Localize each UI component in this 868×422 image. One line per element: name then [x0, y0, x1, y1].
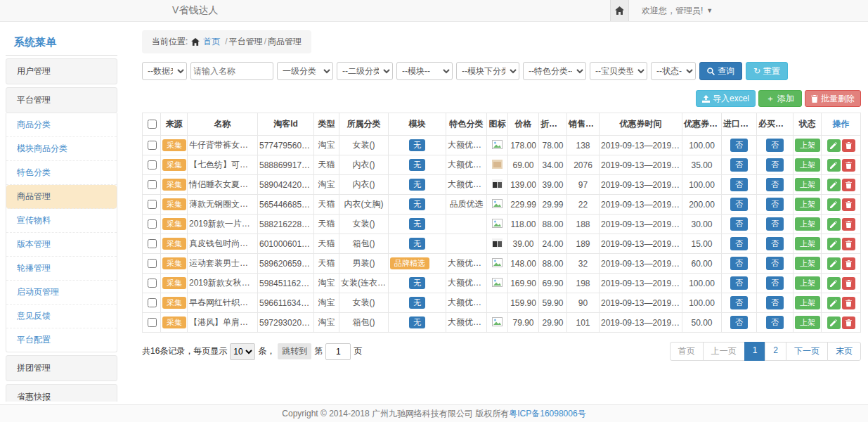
- delete-button[interactable]: [842, 257, 855, 270]
- status-toggle[interactable]: 上架: [795, 158, 820, 171]
- row-checkbox[interactable]: [148, 298, 157, 307]
- jump-button[interactable]: 跳转到: [278, 343, 311, 359]
- edit-button[interactable]: [827, 218, 841, 231]
- add-button[interactable]: ＋ 添加: [758, 90, 802, 107]
- filter-input-name[interactable]: [190, 62, 273, 80]
- reset-button[interactable]: ↻重置: [746, 62, 788, 80]
- status-toggle[interactable]: 上架: [795, 316, 820, 328]
- sidebar-group-header[interactable]: 拼团管理: [6, 355, 117, 381]
- import-select-toggle[interactable]: 否: [730, 276, 748, 289]
- page-button-下一页[interactable]: 下一页: [786, 342, 828, 361]
- row-checkbox[interactable]: [148, 239, 157, 248]
- must-buy-toggle[interactable]: 否: [766, 276, 784, 289]
- edit-button[interactable]: [827, 238, 841, 250]
- must-buy-toggle[interactable]: 否: [766, 316, 784, 328]
- sidebar-group-header[interactable]: 省惠快报: [6, 384, 117, 402]
- must-buy-toggle[interactable]: 否: [766, 178, 784, 191]
- status-toggle[interactable]: 上架: [795, 139, 820, 151]
- sidebar-item[interactable]: 意见反馈: [6, 305, 117, 328]
- filter-select-cat1[interactable]: 一级分类: [277, 62, 333, 80]
- icp-link[interactable]: 粤ICP备16098006号: [509, 408, 585, 420]
- edit-button[interactable]: [827, 159, 841, 172]
- delete-button[interactable]: [842, 238, 855, 250]
- row-checkbox[interactable]: [148, 259, 157, 268]
- filter-select-module[interactable]: --模块--: [396, 62, 453, 80]
- filter-select-status[interactable]: --状态--: [651, 62, 696, 80]
- filter-select-data-source[interactable]: --数据来源--: [142, 62, 187, 80]
- status-toggle[interactable]: 上架: [795, 217, 820, 230]
- page-button-上一页[interactable]: 上一页: [703, 342, 745, 361]
- filter-select-goodtype[interactable]: --宝贝类型--: [590, 62, 647, 80]
- status-toggle[interactable]: 上架: [795, 257, 820, 269]
- delete-button[interactable]: [842, 218, 855, 231]
- breadcrumb-home-link[interactable]: 首页: [203, 36, 220, 48]
- import-excel-button[interactable]: 导入excel: [696, 90, 756, 107]
- row-checkbox[interactable]: [148, 318, 157, 327]
- home-button[interactable]: [610, 0, 629, 21]
- row-checkbox[interactable]: [148, 141, 157, 150]
- jump-page-input[interactable]: [325, 343, 351, 360]
- select-all-checkbox[interactable]: [148, 120, 157, 129]
- must-buy-toggle[interactable]: 否: [766, 257, 784, 269]
- sidebar-item[interactable]: 启动页管理: [6, 281, 117, 305]
- sidebar-group-header[interactable]: 用户管理: [6, 58, 117, 84]
- delete-button[interactable]: [842, 198, 855, 211]
- must-buy-toggle[interactable]: 否: [766, 237, 784, 250]
- batch-delete-button[interactable]: 批量删除: [805, 90, 861, 107]
- delete-button[interactable]: [842, 316, 855, 329]
- row-checkbox[interactable]: [148, 180, 157, 189]
- edit-button[interactable]: [827, 277, 841, 290]
- sidebar-item[interactable]: 商品分类: [6, 113, 117, 137]
- edit-button[interactable]: [827, 198, 841, 211]
- delete-button[interactable]: [842, 139, 855, 152]
- delete-button[interactable]: [842, 277, 855, 290]
- edit-button[interactable]: [827, 297, 841, 309]
- edit-button[interactable]: [827, 139, 841, 152]
- delete-button[interactable]: [842, 159, 855, 172]
- page-size-select[interactable]: 10: [230, 343, 255, 360]
- import-select-toggle[interactable]: 否: [730, 296, 748, 309]
- filter-select-modulesub[interactable]: --模块下分类--: [456, 62, 519, 80]
- import-select-toggle[interactable]: 否: [730, 316, 748, 328]
- filter-select-cat2[interactable]: --二级分类--: [337, 62, 393, 80]
- must-buy-toggle[interactable]: 否: [766, 296, 784, 309]
- user-menu[interactable]: 欢迎您，管理员! ▼: [629, 0, 868, 21]
- row-checkbox[interactable]: [148, 279, 157, 288]
- must-buy-toggle[interactable]: 否: [766, 139, 784, 151]
- row-checkbox[interactable]: [148, 160, 157, 170]
- row-checkbox[interactable]: [148, 219, 157, 229]
- page-button-2[interactable]: 2: [765, 342, 786, 361]
- page-button-1[interactable]: 1: [744, 342, 766, 361]
- sidebar-item[interactable]: 特色分类: [6, 161, 117, 185]
- sidebar-item[interactable]: 模块商品分类: [6, 137, 117, 161]
- status-toggle[interactable]: 上架: [795, 237, 820, 250]
- page-button-末页[interactable]: 末页: [827, 342, 861, 361]
- sidebar-group-header[interactable]: 平台管理: [6, 87, 117, 113]
- sidebar-item[interactable]: 平台配置: [6, 328, 117, 352]
- import-select-toggle[interactable]: 否: [730, 257, 748, 269]
- sidebar-item[interactable]: 版本管理: [6, 233, 117, 257]
- status-toggle[interactable]: 上架: [795, 178, 820, 191]
- filter-select-feature[interactable]: --特色分类--: [523, 62, 586, 80]
- status-toggle[interactable]: 上架: [795, 296, 820, 309]
- delete-button[interactable]: [842, 297, 855, 309]
- import-select-toggle[interactable]: 否: [730, 237, 748, 250]
- import-select-toggle[interactable]: 否: [730, 178, 748, 191]
- page-button-首页[interactable]: 首页: [670, 342, 704, 361]
- edit-button[interactable]: [827, 257, 841, 270]
- status-toggle[interactable]: 上架: [795, 198, 820, 210]
- edit-button[interactable]: [827, 316, 841, 329]
- row-checkbox[interactable]: [148, 200, 157, 209]
- must-buy-toggle[interactable]: 否: [766, 217, 784, 230]
- must-buy-toggle[interactable]: 否: [766, 158, 784, 171]
- sidebar-item[interactable]: 宣传物料: [6, 209, 117, 233]
- edit-button[interactable]: [827, 179, 841, 191]
- import-select-toggle[interactable]: 否: [730, 198, 748, 210]
- sidebar-item[interactable]: 商品管理: [6, 185, 117, 209]
- sidebar-item[interactable]: 轮播管理: [6, 257, 117, 281]
- import-select-toggle[interactable]: 否: [730, 139, 748, 151]
- status-toggle[interactable]: 上架: [795, 276, 820, 289]
- import-select-toggle[interactable]: 否: [730, 217, 748, 230]
- import-select-toggle[interactable]: 否: [730, 158, 748, 171]
- must-buy-toggle[interactable]: 否: [766, 198, 784, 210]
